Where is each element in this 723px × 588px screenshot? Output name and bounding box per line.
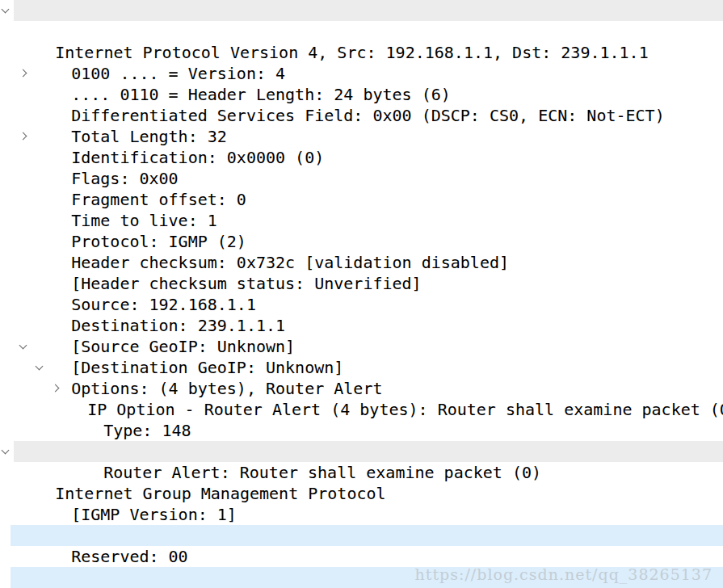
tree-row[interactable]: Checksum: 0xfdfc [correct] xyxy=(0,525,723,546)
tree-row[interactable]: Internet Protocol Version 4, Src: 192.16… xyxy=(0,0,723,21)
tree-row[interactable]: Length: 4 xyxy=(0,399,723,420)
tree-row[interactable]: Total Length: 32 xyxy=(0,84,723,105)
tree-row[interactable]: Fragment offset: 0 xyxy=(0,147,723,168)
packet-tree: Internet Protocol Version 4, Src: 192.16… xyxy=(0,0,723,588)
chevron-down-icon[interactable] xyxy=(2,6,10,14)
tree-row[interactable]: Header checksum: 0x732c [validation disa… xyxy=(0,210,723,231)
chevron-right-icon[interactable] xyxy=(19,132,27,141)
chevron-down-icon[interactable] xyxy=(2,447,10,455)
tree-row[interactable]: 0100 .... = Version: 4 xyxy=(0,21,723,42)
tree-row[interactable]: Source: 192.168.1.1 xyxy=(0,252,723,273)
packet-detail-pane: Internet Protocol Version 4, Src: 192.16… xyxy=(0,0,723,588)
tree-row[interactable]: [Source GeoIP: Unknown] xyxy=(0,294,723,315)
tree-row[interactable]: Type: 148 xyxy=(0,378,723,399)
tree-row[interactable]: [IGMP Version: 1] xyxy=(0,462,723,483)
tree-row[interactable]: IP Option - Router Alert (4 bytes): Rout… xyxy=(0,357,723,378)
tree-row[interactable]: .... 0110 = Header Length: 24 bytes (6) xyxy=(0,42,723,63)
tree-row[interactable]: Internet Group Management Protocol xyxy=(0,441,723,462)
tree-row[interactable]: Type: Membership Report (0x12) xyxy=(0,483,723,504)
tree-row[interactable]: [Destination GeoIP: Unknown] xyxy=(0,315,723,336)
tree-row[interactable]: Time to live: 1 xyxy=(0,168,723,189)
tree-row[interactable]: Identification: 0x0000 (0) xyxy=(0,105,723,126)
tree-row[interactable]: Router Alert: Router shall examine packe… xyxy=(0,420,723,441)
chevron-down-icon[interactable] xyxy=(19,342,27,350)
tree-row[interactable]: Flags: 0x00 xyxy=(0,126,723,147)
tree-row[interactable]: Destination: 239.1.1.1 xyxy=(0,273,723,294)
tree-row[interactable]: Multicast Address: 239.1.1.1 xyxy=(0,567,723,588)
chevron-down-icon[interactable] xyxy=(36,363,44,371)
tree-row[interactable]: Protocol: IGMP (2) xyxy=(0,189,723,210)
tree-row[interactable]: [Header checksum status: Unverified] xyxy=(0,231,723,252)
tree-row[interactable]: Reserved: 00 xyxy=(0,504,723,525)
tree-row[interactable]: Differentiated Services Field: 0x00 (DSC… xyxy=(0,63,723,84)
chevron-right-icon[interactable] xyxy=(19,69,27,78)
chevron-right-icon[interactable] xyxy=(52,384,60,393)
tree-row[interactable]: [Checksum Status: Good] xyxy=(0,546,723,567)
tree-row[interactable]: Options: (4 bytes), Router Alert xyxy=(0,336,723,357)
